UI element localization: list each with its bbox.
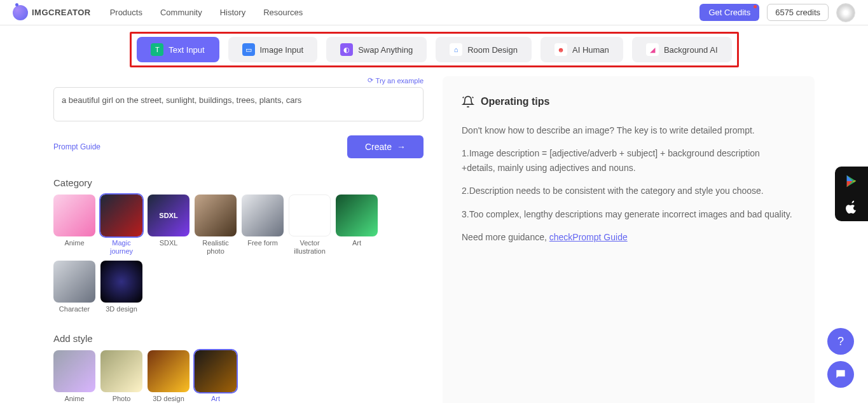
- category-character-thumb: [53, 261, 95, 303]
- tip-3: 3.Too complex, lengthy descriptions may …: [462, 207, 796, 221]
- prompt-actions: Prompt Guide Create →: [53, 135, 424, 158]
- category-sdxl[interactable]: SDXLSDXL: [148, 195, 189, 256]
- style-photo[interactable]: Photo: [100, 350, 142, 403]
- nav-history[interactable]: History: [220, 8, 245, 17]
- category-anime-label: Anime: [53, 239, 95, 247]
- logo-icon: [13, 5, 28, 20]
- bell-icon: [462, 95, 474, 108]
- category-art[interactable]: Art: [336, 195, 378, 256]
- chat-icon: [834, 368, 847, 381]
- mode-bar-wrap: T Text Input ▭ Image Input ◐ Swap Anythi…: [0, 25, 868, 72]
- text-input-icon: T: [151, 43, 163, 56]
- room-icon: ⌂: [450, 43, 462, 56]
- help-fab[interactable]: ?: [827, 328, 854, 355]
- google-play-icon[interactable]: [844, 174, 858, 188]
- style-art[interactable]: Art: [195, 350, 237, 403]
- category-realistic-photo[interactable]: Realistic photo: [195, 195, 237, 256]
- category-vector-label: Vector illustration: [289, 239, 331, 256]
- tab-room-label: Room Design: [467, 45, 518, 55]
- style-3d-design[interactable]: 3D design: [148, 350, 189, 403]
- try-example-link[interactable]: ⟳ Try an example: [53, 76, 424, 85]
- sdxl-badge: SDXL: [159, 212, 177, 219]
- tab-bg-ai[interactable]: ◢ Background AI: [632, 37, 732, 62]
- header: IMGCREATOR Products Community History Re…: [0, 0, 868, 25]
- logo-text: IMGCREATOR: [32, 8, 91, 17]
- tab-ai-human-label: AI Human: [572, 45, 609, 55]
- style-anime[interactable]: Anime: [53, 350, 95, 403]
- prompt-guide-link-tips[interactable]: checkPrompt Guide: [549, 232, 628, 242]
- left-column: ⟳ Try an example Prompt Guide Create → C…: [53, 76, 424, 403]
- tab-ai-human[interactable]: ☻ AI Human: [541, 37, 623, 62]
- create-button[interactable]: Create →: [347, 135, 424, 158]
- swap-icon: ◐: [340, 43, 353, 56]
- category-free-form[interactable]: Free form: [242, 195, 284, 256]
- tab-image-input[interactable]: ▭ Image Input: [228, 37, 318, 62]
- category-sdxl-label: SDXL: [148, 239, 189, 247]
- tips-title: Operating tips: [481, 96, 549, 107]
- category-3d-label: 3D design: [100, 305, 142, 313]
- tips-header: Operating tips: [462, 95, 796, 108]
- tip-2: 2.Description needs to be consistent wit…: [462, 184, 796, 198]
- category-photo-label: Realistic photo: [195, 239, 237, 256]
- tips-panel: Operating tips Don't know how to describ…: [443, 76, 815, 403]
- tab-room[interactable]: ⌂ Room Design: [436, 37, 532, 62]
- prompt-guide-link[interactable]: Prompt Guide: [53, 142, 100, 151]
- create-button-label: Create: [365, 142, 392, 152]
- tip-guidance-prefix: Need more guidance,: [462, 232, 549, 242]
- arrow-right-icon: →: [397, 142, 406, 152]
- style-photo-thumb: [100, 350, 142, 392]
- nav-products[interactable]: Products: [110, 8, 142, 17]
- header-right: Get Credits 6575 credits: [699, 3, 855, 22]
- category-free-label: Free form: [242, 239, 284, 247]
- image-input-icon: ▭: [242, 43, 255, 56]
- get-credits-button[interactable]: Get Credits: [699, 4, 759, 21]
- style-art-thumb: [195, 350, 237, 392]
- try-example-label: Try an example: [376, 77, 424, 85]
- category-anime-thumb: [53, 195, 95, 236]
- prompt-input[interactable]: [53, 87, 424, 121]
- style-art-label: Art: [195, 395, 237, 403]
- category-character-label: Character: [53, 305, 95, 313]
- category-art-label: Art: [336, 239, 378, 247]
- category-photo-thumb: [195, 195, 237, 236]
- tab-swap[interactable]: ◐ Swap Anything: [326, 37, 427, 62]
- tab-swap-label: Swap Anything: [358, 45, 413, 55]
- tab-text-input[interactable]: T Text Input: [137, 37, 219, 62]
- tip-1: 1.Image description = [adjective/adverb …: [462, 146, 796, 175]
- top-nav: Products Community History Resources: [110, 8, 303, 17]
- app-store-badges: [835, 167, 868, 221]
- tab-bg-ai-label: Background AI: [664, 45, 718, 55]
- category-magic-label: Magic journey: [100, 239, 142, 256]
- category-3d-thumb: [100, 261, 142, 303]
- style-anime-label: Anime: [53, 395, 95, 403]
- nav-resources[interactable]: Resources: [263, 8, 303, 17]
- style-thumbs: Anime Photo 3D design Art: [53, 350, 424, 403]
- logo[interactable]: IMGCREATOR: [13, 5, 91, 20]
- category-vector-thumb: [289, 195, 331, 236]
- category-thumbs: Anime Magic journey SDXLSDXL Realistic p…: [53, 195, 424, 314]
- category-art-thumb: [336, 195, 378, 236]
- avatar[interactable]: [836, 3, 855, 22]
- category-title: Category: [53, 177, 424, 188]
- tips-body: Don't know how to describe an image? The…: [462, 123, 796, 244]
- category-3d-design[interactable]: 3D design: [100, 261, 142, 313]
- tip-intro: Don't know how to describe an image? The…: [462, 123, 796, 137]
- category-sdxl-thumb: SDXL: [148, 195, 189, 236]
- category-vector[interactable]: Vector illustration: [289, 195, 331, 256]
- bg-icon: ◢: [646, 43, 659, 56]
- nav-community[interactable]: Community: [160, 8, 202, 17]
- tab-text-input-label: Text Input: [169, 45, 204, 55]
- category-anime[interactable]: Anime: [53, 195, 95, 256]
- category-character[interactable]: Character: [53, 261, 95, 313]
- credits-count[interactable]: 6575 credits: [767, 4, 829, 21]
- style-title: Add style: [53, 333, 424, 344]
- human-icon: ☻: [555, 43, 567, 56]
- style-anime-thumb: [53, 350, 95, 392]
- tab-image-input-label: Image Input: [260, 45, 304, 55]
- apple-icon[interactable]: [844, 200, 858, 214]
- chat-fab[interactable]: [827, 361, 854, 388]
- category-magic-journey[interactable]: Magic journey: [100, 195, 142, 256]
- style-3d-label: 3D design: [148, 395, 189, 403]
- style-photo-label: Photo: [100, 395, 142, 403]
- tip-guidance: Need more guidance, checkPrompt Guide: [462, 230, 796, 244]
